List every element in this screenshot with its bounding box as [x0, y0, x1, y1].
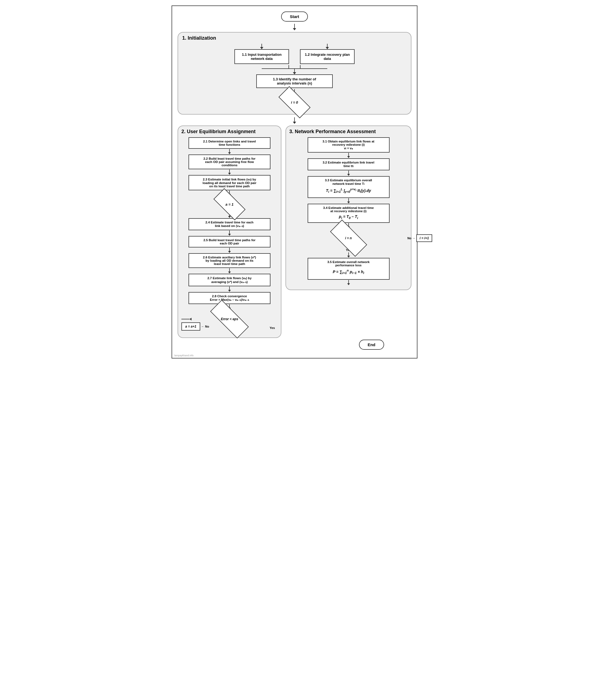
box35-title: 3.5 Estimate overall network performance…	[311, 260, 386, 267]
decision-eps: Error < eps	[221, 317, 238, 321]
box33-formula: Ti = ∑l=1L ∫y=0y=vi tti(y).dy	[311, 187, 386, 193]
box34-title: 3.4 Estimate additional travel time at r…	[311, 206, 386, 213]
section1-box: 1. Initialization 1.1 Input transportati…	[178, 32, 411, 115]
box34: 3.4 Estimate additional travel time at r…	[308, 204, 390, 223]
decision-i-n: i = n	[345, 236, 352, 240]
box11: 1.1 Input transportation network data	[234, 49, 289, 64]
decision-i0: i = 0	[291, 100, 298, 105]
box32: 3.2 Estimate equilibrium link travel tim…	[308, 158, 390, 170]
no-label-i: No →	[407, 237, 415, 240]
box31: 3.1 Obtain equilibrium link flows at rec…	[308, 137, 390, 153]
section2-box: 2. User Equilibrium Assignment 2.1 Deter…	[178, 126, 281, 338]
box-i-inc: i = i+1	[416, 234, 432, 242]
box22: 2.2 Build least travel time paths for ea…	[189, 154, 270, 169]
section2-flow: 2.1 Determine open links and travel time…	[181, 137, 277, 330]
box25: 2.5 Build least travel time paths for ea…	[189, 236, 270, 248]
start-label: Start	[281, 11, 308, 22]
diagram-container: Start 1. Initialization 1.1 Input transp…	[172, 5, 417, 359]
box13: 1.3 Identify the number of analysis inte…	[256, 75, 333, 88]
box23: 2.3 Estimate initial link flows (v₀) by …	[189, 175, 270, 190]
two-column-layout: 2. User Equilibrium Assignment 2.1 Deter…	[178, 126, 411, 338]
decision-a1: a = 1	[225, 202, 233, 206]
box28: 2.8 Check convergence Error = Max(vₐ – v…	[189, 292, 270, 304]
box21: 2.1 Determine open links and travel time…	[189, 137, 270, 149]
box34-formula: pi = T0 – Ti	[311, 215, 386, 220]
box12: 1.2 Integrate recovery plan data	[300, 49, 355, 64]
box33-title: 3.3 Estimate equilibrium overall network…	[311, 178, 386, 186]
box24: 2.4 Estimate travel time for each link b…	[189, 218, 270, 230]
start-oval: Start	[178, 11, 411, 22]
section2-title: 2. User Equilibrium Assignment	[181, 129, 277, 135]
box27: 2.7 Estimate link flows (vₐ) by averagin…	[189, 274, 270, 286]
end-label: End	[359, 339, 384, 350]
box35-formula: P = ∑i=1n pi−1 × hi	[311, 269, 386, 275]
section1-title: 1. Initialization	[182, 35, 407, 41]
section3-title: 3. Network Performance Assessment	[289, 129, 408, 135]
watermark: lampaykhand.info	[174, 354, 194, 357]
section3-flow: 3.1 Obtain equilibrium link flows at rec…	[289, 137, 408, 285]
box35: 3.5 Estimate overall network performance…	[308, 258, 390, 280]
box33: 3.3 Estimate equilibrium overall network…	[308, 176, 390, 198]
section3-box: 3. Network Performance Assessment 3.1 Ob…	[285, 126, 411, 290]
box26: 2.6 Estimate auxiliary link flows (v*) b…	[189, 253, 270, 268]
